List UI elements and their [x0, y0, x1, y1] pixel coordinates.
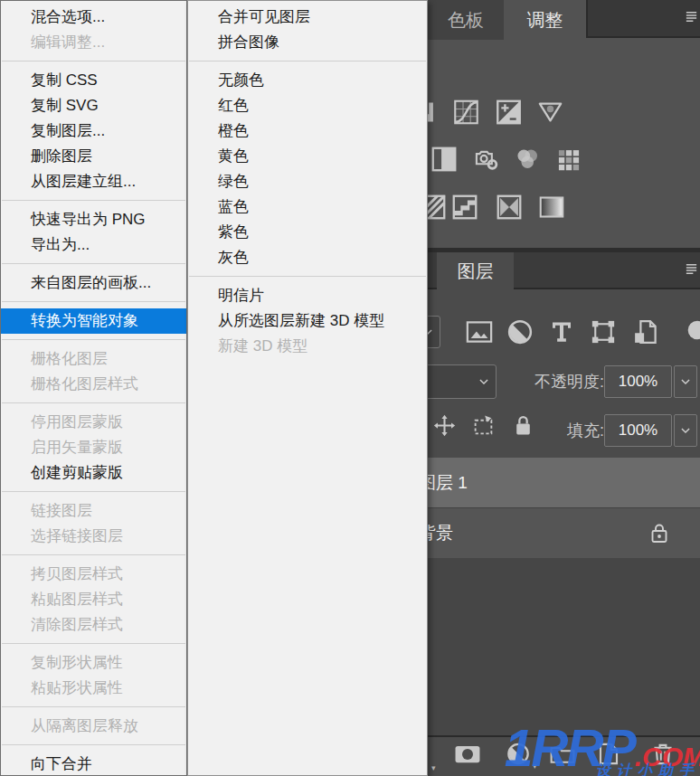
menu-item: 栅格化图层 — [1, 346, 186, 372]
menu-item[interactable]: 紫色 — [188, 220, 427, 245]
shape-icon[interactable] — [590, 318, 617, 345]
panel-menu-icon[interactable] — [684, 262, 699, 276]
opacity-label: 不透明度: — [493, 364, 604, 399]
flyout-arrow[interactable]: ▾ — [533, 762, 537, 771]
menu-item[interactable]: 复制 CSS — [1, 68, 186, 93]
screenshot-root: 色板 调整 图层 不透明度: 100% 填充: 100% — [0, 0, 700, 776]
menu-item[interactable]: 绿色 — [188, 169, 427, 194]
flyout-arrow[interactable]: ▾ — [431, 764, 436, 772]
menu-item[interactable]: 从所选图层新建 3D 模型 — [188, 308, 427, 334]
layer-context-menu: 混合选项...编辑调整...复制 CSS复制 SVG复制图层...删除图层从图层… — [0, 0, 187, 776]
fill-input[interactable]: 100% — [604, 414, 672, 447]
vibrance-icon[interactable] — [536, 99, 564, 125]
menu-item[interactable]: 转换为智能对象 — [1, 308, 186, 334]
menu-item: 链接图层 — [1, 498, 186, 524]
menu-item: 复制形状属性 — [1, 650, 186, 676]
chevron-down-icon — [679, 375, 692, 388]
new-layer-icon[interactable] — [596, 742, 621, 766]
menu-item[interactable]: 从图层建立组... — [1, 169, 186, 194]
tab-swatches[interactable]: 色板 — [428, 0, 504, 40]
layer-row-background[interactable]: 背景 — [411, 508, 700, 559]
menu-item[interactable]: 来自图层的画板... — [1, 270, 186, 296]
menu-item: 编辑调整... — [1, 30, 186, 55]
menu-item[interactable]: 删除图层 — [1, 144, 186, 169]
group-folder-icon[interactable] — [550, 742, 575, 766]
channel-mixer-icon[interactable] — [513, 147, 542, 172]
opacity-input[interactable]: 100% — [604, 365, 672, 398]
toggle-circle-icon[interactable] — [686, 318, 700, 342]
photoshop-panel-area: 色板 调整 图层 不透明度: 100% 填充: 100% — [411, 0, 700, 776]
smart-object-icon[interactable] — [632, 318, 659, 345]
delete-layer-icon[interactable] — [650, 742, 676, 766]
menu-item: 清除图层样式 — [1, 612, 186, 638]
posterize-icon[interactable] — [450, 194, 479, 220]
menu-item[interactable]: 快速导出为 PNG — [1, 207, 186, 232]
layer-row-selected[interactable]: 图层 1 — [411, 458, 700, 508]
menu-separator — [2, 554, 185, 555]
menu-separator — [189, 61, 426, 62]
tab-adjustments[interactable]: 调整 — [504, 0, 586, 40]
transform-lock-icon[interactable] — [472, 414, 495, 437]
menu-item[interactable]: 黄色 — [188, 144, 427, 169]
menu-item[interactable]: 拼合图像 — [188, 30, 427, 55]
fill-adjustment-icon[interactable] — [506, 742, 531, 766]
menu-separator — [2, 491, 185, 492]
menu-item: 选择链接图层 — [1, 524, 186, 549]
menu-item: 栅格化图层样式 — [1, 372, 186, 397]
chevron-down-icon — [478, 375, 490, 388]
menu-item: 从隔离图层释放 — [1, 714, 186, 739]
fill-dropdown-button[interactable] — [674, 414, 697, 447]
menu-separator — [2, 643, 185, 644]
image-icon[interactable] — [466, 318, 493, 345]
menu-item[interactable]: 无颜色 — [188, 68, 427, 93]
curves-icon[interactable] — [452, 99, 480, 125]
menu-separator — [2, 61, 185, 62]
menu-item[interactable]: 复制 SVG — [1, 93, 186, 118]
layer-mask-icon[interactable] — [455, 742, 480, 766]
menu-item: 启用矢量蒙版 — [1, 435, 186, 460]
adjustment-icon[interactable] — [506, 318, 534, 345]
menu-item[interactable]: 向下合并 — [1, 752, 186, 776]
menu-separator — [2, 301, 185, 302]
photo-filter-icon[interactable] — [472, 147, 501, 172]
opacity-dropdown-button[interactable] — [674, 365, 697, 398]
menu-item: 停用图层蒙版 — [1, 410, 186, 435]
menu-separator — [2, 402, 185, 403]
menu-separator — [2, 200, 185, 201]
menu-item[interactable]: 复制图层... — [1, 118, 186, 144]
layer-flyout-menu: 合并可见图层拼合图像无颜色红色橙色黄色绿色蓝色紫色灰色明信片从所选图层新建 3D… — [187, 0, 428, 776]
move-lock-icon[interactable] — [433, 414, 456, 437]
menu-item[interactable]: 合并可见图层 — [188, 5, 427, 30]
color-lookup-icon[interactable] — [554, 147, 583, 172]
menu-item[interactable]: 混合选项... — [1, 5, 186, 30]
menu-separator — [2, 744, 185, 745]
menu-item[interactable]: 红色 — [188, 93, 427, 118]
lock-all-icon[interactable] — [512, 414, 534, 437]
menu-separator — [2, 263, 185, 264]
layers-empty-area — [411, 558, 700, 735]
menu-separator — [2, 339, 185, 340]
menu-item[interactable]: 导出为... — [1, 232, 186, 258]
tab-layers[interactable]: 图层 — [437, 252, 514, 291]
chevron-down-icon — [679, 424, 692, 437]
menu-item[interactable]: 创建剪贴蒙版 — [1, 460, 186, 486]
exposure-icon[interactable] — [495, 99, 523, 125]
menu-item[interactable]: 灰色 — [188, 245, 427, 270]
menu-item: 新建 3D 模型 — [188, 334, 427, 359]
menu-item: 粘贴形状属性 — [1, 676, 186, 701]
menu-item[interactable]: 明信片 — [188, 283, 427, 308]
padlock-icon — [648, 521, 670, 545]
gradient-map-icon[interactable] — [537, 194, 566, 220]
type-icon[interactable] — [548, 318, 575, 345]
panel-menu-icon[interactable] — [684, 10, 699, 24]
menu-item[interactable]: 蓝色 — [188, 194, 427, 220]
black-white-icon[interactable] — [430, 147, 459, 172]
menu-separator — [189, 276, 426, 277]
threshold-icon[interactable] — [495, 194, 524, 220]
menu-item: 拷贝图层样式 — [1, 562, 186, 587]
menu-item: 粘贴图层样式 — [1, 587, 186, 612]
menu-item[interactable]: 橙色 — [188, 118, 427, 144]
menu-separator — [2, 706, 185, 707]
